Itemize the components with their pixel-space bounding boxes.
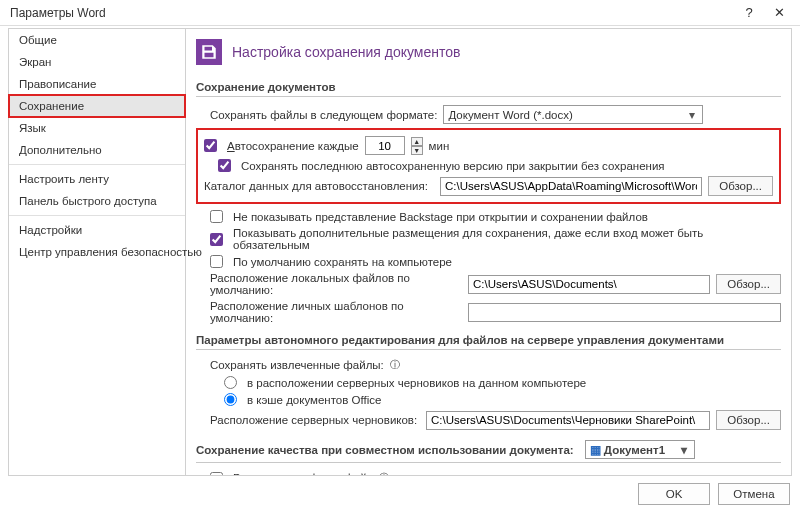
row-keep-last: Сохранять последнюю автосохраненную верс… [204, 157, 773, 174]
sidebar-item-trust-center[interactable]: Центр управления безопасностью [9, 241, 185, 263]
checkbox-embed-fonts[interactable] [210, 472, 223, 477]
ok-button[interactable]: OK [638, 483, 710, 505]
label-file-format: Сохранять файлы в следующем формате: [210, 109, 437, 121]
sidebar-item-general[interactable]: Общие [9, 29, 185, 51]
autosave-highlight: ААвтосохранение каждыевтосохранение кажд… [196, 128, 781, 204]
section-save-documents: Сохранение документов [196, 79, 781, 97]
checkbox-keep-last[interactable] [218, 159, 231, 172]
cancel-button[interactable]: Отмена [718, 483, 790, 505]
section-sharing-quality: Сохранение качества при совместном испол… [196, 438, 781, 463]
spinner-autosave[interactable]: ▲▼ [411, 137, 423, 155]
info-icon[interactable]: ⓘ [379, 471, 389, 476]
label-templates: Расположение личных шаблонов по умолчани… [210, 300, 462, 324]
page-header: Настройка сохранения документов [196, 35, 781, 73]
label-no-backstage: Не показывать представление Backstage пр… [233, 211, 648, 223]
close-button[interactable]: ✕ [764, 2, 794, 24]
radio-office-cache[interactable] [224, 393, 237, 406]
sidebar-item-addins[interactable]: Надстройки [9, 219, 185, 241]
sidebar-item-save[interactable]: Сохранение [9, 95, 185, 117]
row-drafts-path: Расположение серверных черновиков: Обзор… [196, 408, 781, 432]
row-local-files: Расположение локальных файлов по умолчан… [196, 270, 781, 298]
label-local-files: Расположение локальных файлов по умолчан… [210, 272, 462, 296]
label-default-local: По умолчанию сохранять на компьютере [233, 256, 452, 268]
row-default-local: По умолчанию сохранять на компьютере [196, 253, 781, 270]
browse-drafts[interactable]: Обзор... [716, 410, 781, 430]
save-icon [196, 39, 222, 65]
input-templates[interactable] [468, 303, 781, 322]
row-embed-fonts: Внедрить шрифты в файл ⓘ [196, 469, 781, 476]
dialog-body: Общие Экран Правописание Сохранение Язык… [0, 26, 800, 476]
input-local-files[interactable] [468, 275, 710, 294]
row-autosave: ААвтосохранение каждыевтосохранение кажд… [204, 134, 773, 157]
label-office-cache: в кэше документов Office [247, 394, 381, 406]
dialog-footer: OK Отмена [638, 483, 790, 505]
input-recovery-path[interactable] [440, 177, 702, 196]
input-autosave-minutes[interactable] [365, 136, 405, 155]
label-embed-fonts: Внедрить шрифты в файл [233, 472, 373, 476]
row-recovery-path: Каталог данных для автовосстановления: О… [204, 174, 773, 198]
row-show-places: Показывать дополнительные размещения для… [196, 225, 781, 253]
checkbox-no-backstage[interactable] [210, 210, 223, 223]
row-checkedout-label: Сохранять извлеченные файлы: ⓘ [196, 356, 781, 374]
label-minutes: мин [429, 140, 450, 152]
label-show-places: Показывать дополнительные размещения для… [233, 227, 781, 251]
checkbox-autosave[interactable] [204, 139, 217, 152]
document-icon: ▦ [590, 443, 601, 457]
radio-server-drafts[interactable] [224, 376, 237, 389]
sidebar-item-customize-ribbon[interactable]: Настроить ленту [9, 168, 185, 190]
label-keep-last: Сохранять последнюю автосохраненную верс… [241, 160, 665, 172]
browse-local-files[interactable]: Обзор... [716, 274, 781, 294]
label-autosave: ААвтосохранение каждыевтосохранение кажд… [227, 140, 359, 152]
dropdown-target-document[interactable]: ▦ Документ1 [585, 440, 695, 459]
section-offline-editing: Параметры автономного редактирования для… [196, 332, 781, 350]
section-quality-title: Сохранение качества при совместном испол… [196, 444, 574, 456]
sidebar-separator [9, 164, 185, 165]
row-no-backstage: Не показывать представление Backstage пр… [196, 208, 781, 225]
info-icon[interactable]: ⓘ [390, 358, 400, 372]
input-drafts-path[interactable] [426, 411, 710, 430]
dropdown-file-format[interactable]: Документ Word (*.docx) [443, 105, 703, 124]
label-recovery-path: Каталог данных для автовосстановления: [204, 180, 434, 192]
sidebar: Общие Экран Правописание Сохранение Язык… [8, 28, 186, 476]
row-opt-server-drafts: в расположении серверных черновиков на д… [196, 374, 781, 391]
window-title: Параметры Word [10, 6, 734, 20]
main-pane: Настройка сохранения документов Сохранен… [186, 28, 792, 476]
checkbox-show-places[interactable] [210, 233, 223, 246]
titlebar: Параметры Word ? ✕ [0, 0, 800, 26]
sidebar-item-display[interactable]: Экран [9, 51, 185, 73]
sidebar-item-quick-access[interactable]: Панель быстрого доступа [9, 190, 185, 212]
sidebar-separator [9, 215, 185, 216]
page-title: Настройка сохранения документов [232, 44, 460, 60]
label-drafts-path: Расположение серверных черновиков: [210, 414, 420, 426]
dropdown-file-format-value: Документ Word (*.docx) [448, 109, 572, 121]
help-button[interactable]: ? [734, 2, 764, 24]
sidebar-item-proofing[interactable]: Правописание [9, 73, 185, 95]
label-checkedout: Сохранять извлеченные файлы: [210, 359, 384, 371]
sidebar-item-language[interactable]: Язык [9, 117, 185, 139]
label-server-drafts: в расположении серверных черновиков на д… [247, 377, 586, 389]
row-templates: Расположение личных шаблонов по умолчани… [196, 298, 781, 326]
dropdown-target-document-value: Документ1 [604, 444, 665, 456]
checkbox-default-local[interactable] [210, 255, 223, 268]
browse-recovery[interactable]: Обзор... [708, 176, 773, 196]
sidebar-item-advanced[interactable]: Дополнительно [9, 139, 185, 161]
row-file-format: Сохранять файлы в следующем формате: Док… [196, 103, 781, 126]
row-opt-office-cache: в кэше документов Office [196, 391, 781, 408]
